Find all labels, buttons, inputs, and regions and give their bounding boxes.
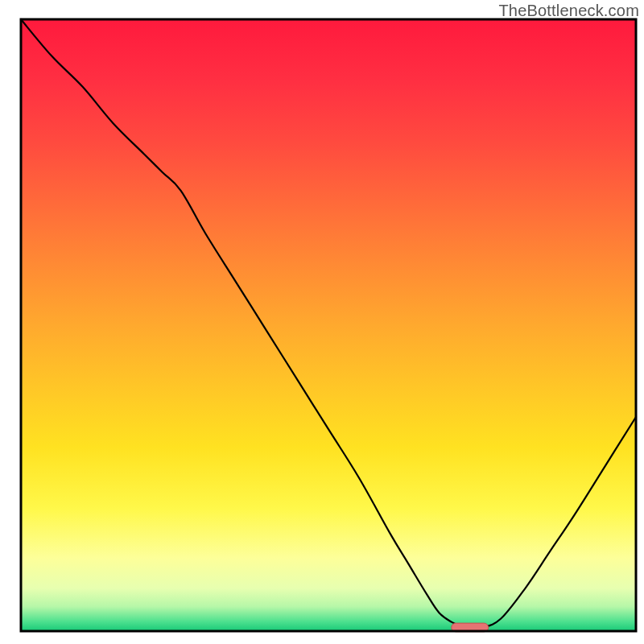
plot-background (21, 19, 636, 631)
watermark-text: TheBottleneck.com (498, 2, 639, 20)
plot-svg (0, 0, 644, 644)
bottleneck-chart: TheBottleneck.com (0, 0, 644, 644)
